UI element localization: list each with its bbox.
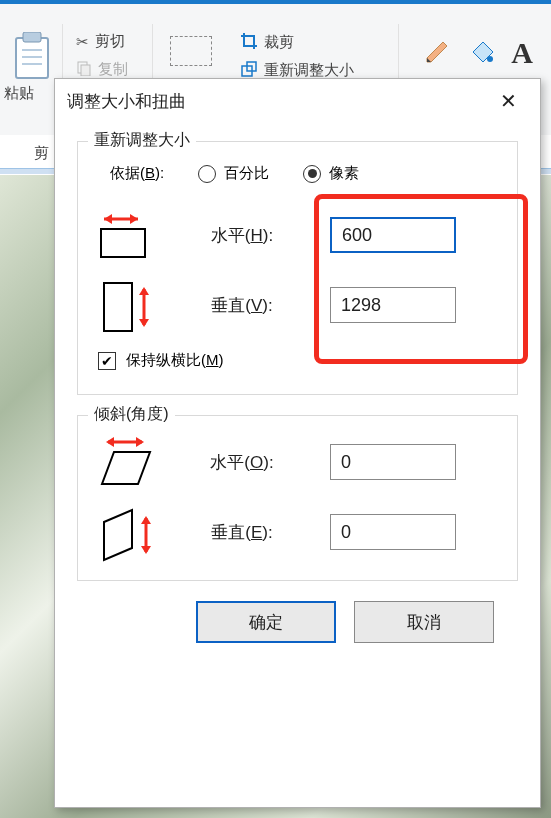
- svg-marker-12: [130, 214, 138, 224]
- rectangle-select-icon[interactable]: [170, 36, 212, 66]
- svg-marker-11: [104, 214, 112, 224]
- clipboard-section-label: 剪: [34, 144, 49, 163]
- resize-skew-dialog: 调整大小和扭曲 ✕ 重新调整大小 依据(B): 百分比 像素: [54, 78, 541, 808]
- horizontal-skew-icon: [98, 438, 172, 486]
- pencil-icon[interactable]: [423, 38, 451, 69]
- fill-icon[interactable]: [467, 38, 495, 69]
- aspect-ratio-checkbox[interactable]: ✔: [98, 352, 116, 370]
- cut-label: 剪切: [95, 32, 125, 51]
- clipboard-icon[interactable]: [10, 32, 54, 80]
- resize-legend: 重新调整大小: [88, 130, 196, 151]
- copy-icon: [76, 60, 92, 79]
- crop-button[interactable]: 裁剪: [240, 32, 294, 53]
- basis-label: 依据(B):: [110, 164, 164, 183]
- svg-rect-13: [101, 229, 145, 257]
- vertical-input[interactable]: [330, 287, 456, 323]
- crop-icon: [240, 32, 258, 53]
- horizontal-label: 水平(H):: [172, 224, 312, 247]
- horizontal-resize-icon: [98, 211, 172, 259]
- vertical-label: 垂直(V):: [172, 294, 312, 317]
- skew-fieldset: 倾斜(角度) 水平(O):: [77, 415, 518, 581]
- resize-fieldset: 重新调整大小 依据(B): 百分比 像素: [77, 141, 518, 395]
- radio-circle-checked-icon: [303, 165, 321, 183]
- radio-pixel[interactable]: 像素: [303, 164, 359, 183]
- svg-marker-21: [102, 452, 150, 484]
- svg-marker-24: [141, 516, 151, 524]
- svg-rect-14: [104, 283, 132, 331]
- svg-marker-22: [104, 510, 132, 560]
- copy-label: 复制: [98, 60, 128, 79]
- vertical-resize-icon: [98, 281, 172, 329]
- horizontal-input[interactable]: [330, 217, 456, 253]
- svg-marker-19: [106, 437, 114, 447]
- svg-marker-16: [139, 287, 149, 295]
- ok-button[interactable]: 确定: [196, 601, 336, 643]
- dialog-titlebar: 调整大小和扭曲 ✕: [55, 79, 540, 123]
- skew-legend: 倾斜(角度): [88, 404, 175, 425]
- cut-button[interactable]: ✂ 剪切: [76, 32, 125, 51]
- skew-vertical-label: 垂直(E):: [172, 521, 312, 544]
- cancel-button[interactable]: 取消: [354, 601, 494, 643]
- tool-icons-group: A: [423, 36, 533, 70]
- close-icon: ✕: [500, 89, 517, 113]
- text-icon[interactable]: A: [511, 36, 533, 70]
- skew-horizontal-label: 水平(O):: [172, 451, 312, 474]
- radio-percent-label: 百分比: [224, 164, 269, 183]
- close-button[interactable]: ✕: [488, 81, 528, 121]
- radio-circle-icon: [198, 165, 216, 183]
- svg-rect-6: [81, 65, 90, 76]
- crop-label: 裁剪: [264, 33, 294, 52]
- skew-horizontal-input[interactable]: [330, 444, 456, 480]
- svg-marker-25: [141, 546, 151, 554]
- copy-button: 复制: [76, 60, 128, 79]
- svg-point-9: [487, 56, 493, 62]
- radio-pixel-label: 像素: [329, 164, 359, 183]
- aspect-ratio-label: 保持纵横比(M): [126, 351, 224, 370]
- paste-label[interactable]: 粘贴: [4, 84, 34, 103]
- scissors-icon: ✂: [76, 33, 89, 51]
- svg-marker-20: [136, 437, 144, 447]
- svg-marker-17: [139, 319, 149, 327]
- dialog-title: 调整大小和扭曲: [67, 90, 186, 113]
- vertical-skew-icon: [98, 508, 172, 556]
- svg-rect-1: [23, 32, 41, 42]
- radio-percent[interactable]: 百分比: [198, 164, 269, 183]
- skew-vertical-input[interactable]: [330, 514, 456, 550]
